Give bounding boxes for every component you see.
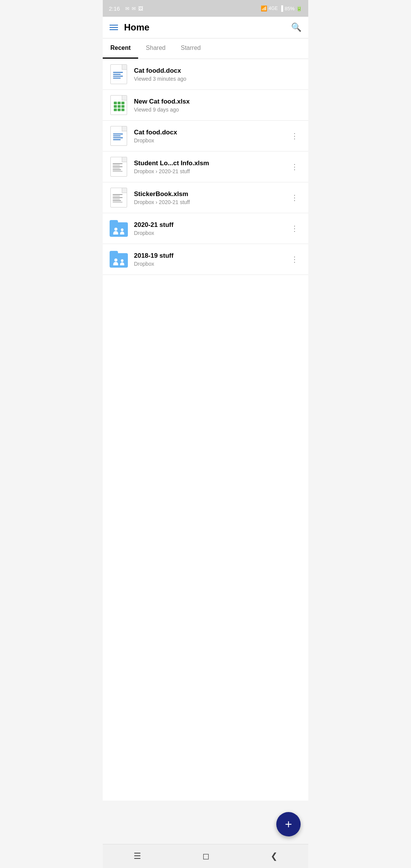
file-icon-xlsm: [110, 188, 128, 207]
file-info: Student Lo...ct Info.xlsm Dropbox › 2020…: [134, 160, 288, 174]
more-options-button[interactable]: ⋮: [288, 191, 301, 204]
wifi-icon: 📶: [261, 5, 267, 11]
file-info: 2020-21 stuff Dropbox: [134, 221, 288, 236]
more-options-button[interactable]: ⋮: [288, 161, 301, 173]
more-options-button[interactable]: ⋮: [288, 130, 301, 142]
file-meta: Viewed 3 minutes ago: [134, 76, 301, 82]
tab-recent[interactable]: Recent: [103, 38, 138, 59]
list-item[interactable]: StickerBook.xlsm Dropbox › 2020-21 stuff…: [103, 182, 308, 213]
nav-back-button[interactable]: ❮: [263, 850, 285, 863]
file-list: Cat foodd.docx Viewed 3 minutes ago: [103, 59, 308, 801]
file-name: Cat food.docx: [134, 129, 288, 136]
file-info: Cat food.docx Dropbox: [134, 129, 288, 144]
more-options-button[interactable]: ⋮: [288, 253, 301, 265]
status-notification-icons: ✉ ✉ 🖼: [125, 6, 143, 11]
file-icon-xlsx: [110, 95, 128, 115]
fab-container: +: [103, 801, 308, 844]
nav-home-button[interactable]: ◻: [195, 850, 217, 863]
search-button[interactable]: 🔍: [291, 22, 301, 32]
menu-button[interactable]: [110, 25, 118, 30]
page-title: Home: [124, 22, 291, 33]
file-name: 2020-21 stuff: [134, 221, 288, 229]
list-item[interactable]: 2020-21 stuff Dropbox ⋮: [103, 213, 308, 244]
list-item[interactable]: 2018-19 stuff Dropbox ⋮: [103, 244, 308, 275]
create-button[interactable]: +: [276, 812, 301, 836]
signal-bars-icon: ▐: [279, 5, 283, 11]
signal-label: 4GE: [269, 6, 278, 11]
app-bar: Home 🔍: [103, 17, 308, 38]
file-meta: Dropbox › 2020-21 stuff: [134, 168, 288, 174]
list-item[interactable]: Cat foodd.docx Viewed 3 minutes ago: [103, 59, 308, 90]
file-meta: Dropbox: [134, 261, 288, 267]
file-name: Student Lo...ct Info.xlsm: [134, 160, 288, 167]
mail-icon: ✉: [132, 6, 136, 11]
file-icon-folder: [110, 249, 128, 269]
file-icon-xlsm: [110, 157, 128, 177]
file-info: 2018-19 stuff Dropbox: [134, 252, 288, 267]
battery-icon: 🔋: [296, 6, 302, 11]
file-name: Cat foodd.docx: [134, 67, 301, 75]
file-icon-folder: [110, 219, 128, 238]
file-info: StickerBook.xlsm Dropbox › 2020-21 stuff: [134, 190, 288, 205]
status-time: 2:16: [109, 5, 120, 12]
file-icon-docx: [110, 126, 128, 146]
file-meta: Dropbox: [134, 137, 288, 144]
file-name: StickerBook.xlsm: [134, 190, 288, 198]
file-meta: Dropbox: [134, 230, 288, 236]
image-icon: 🖼: [138, 6, 143, 11]
list-item[interactable]: Cat food.docx Dropbox ⋮: [103, 121, 308, 152]
notification-icon: ✉: [125, 6, 129, 11]
file-meta: Dropbox › 2020-21 stuff: [134, 199, 288, 205]
status-bar: 2:16 ✉ ✉ 🖼 📶 4GE ▐ 85% 🔋: [103, 0, 308, 17]
file-icon-docx: [110, 64, 128, 84]
nav-recents-button[interactable]: ☰: [126, 850, 149, 863]
bottom-nav-bar: ☰ ◻ ❮: [103, 844, 308, 868]
file-name: New Cat food.xlsx: [134, 98, 301, 105]
file-name: 2018-19 stuff: [134, 252, 288, 260]
battery-text: 85%: [285, 6, 295, 11]
list-item[interactable]: New Cat food.xlsx Viewed 9 days ago: [103, 90, 308, 121]
more-options-button[interactable]: ⋮: [288, 222, 301, 235]
plus-icon: +: [285, 818, 292, 830]
list-item[interactable]: Student Lo...ct Info.xlsm Dropbox › 2020…: [103, 152, 308, 182]
status-right-icons: 📶 4GE ▐ 85% 🔋: [261, 5, 302, 11]
file-info: Cat foodd.docx Viewed 3 minutes ago: [134, 67, 301, 82]
file-info: New Cat food.xlsx Viewed 9 days ago: [134, 98, 301, 113]
tab-bar: Recent Shared Starred: [103, 38, 308, 59]
file-meta: Viewed 9 days ago: [134, 107, 301, 113]
tab-starred[interactable]: Starred: [173, 38, 208, 59]
tab-shared[interactable]: Shared: [138, 38, 173, 59]
